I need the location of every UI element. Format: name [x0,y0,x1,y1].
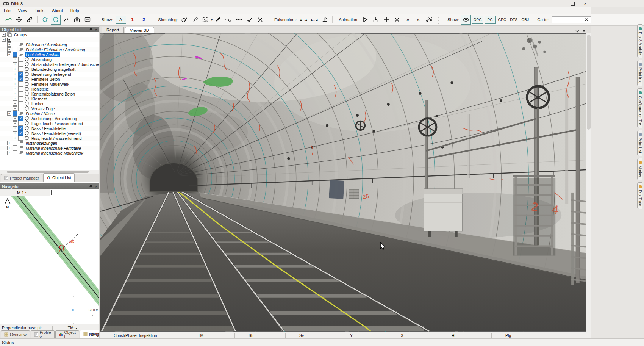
layer-2-button[interactable]: 2 [139,16,149,23]
tree-item[interactable]: +Hohlstelle [0,86,99,91]
menu-file[interactable]: File [0,8,14,14]
tree-item[interactable]: +Instandsetzungen [0,141,99,146]
tree-checkbox[interactable] [18,57,23,62]
tree-checkbox[interactable]: ✓ [18,72,23,77]
tree-expander-icon[interactable]: + [13,121,17,125]
viewer-3d-viewport[interactable]: 25 2 4 [100,33,586,332]
tree-expander-icon[interactable]: + [7,42,11,47]
tree-expander-icon[interactable]: − [7,52,11,56]
play-icon[interactable] [360,15,370,25]
link-icon[interactable] [25,15,34,25]
next-icon[interactable]: » [413,15,423,25]
tab-viewer-3d[interactable]: Viewer 3D [125,27,154,34]
tree-item[interactable]: +✓Bewehrung freiliegend [0,72,99,77]
tree-expander-icon[interactable]: + [13,106,17,111]
navigator-map[interactable]: N Sh: 0 50.0 m [0,196,99,324]
tree-item[interactable]: +Fehlstelle Einbauten / Ausrüstung [0,47,99,52]
tab-list-chevron-icon[interactable] [575,29,579,33]
marker-pen-icon[interactable] [213,15,223,25]
panel-close-icon[interactable]: × [95,184,97,189]
tree-item[interactable]: −–Feuchte / Nässe [0,111,99,116]
tree-expander-icon[interactable]: + [7,47,11,52]
tree-expander-icon[interactable]: + [13,97,17,101]
tree-expander-icon[interactable]: + [13,87,17,91]
tree-checkbox[interactable] [18,67,23,72]
cancel-icon[interactable] [255,15,265,25]
prev-icon[interactable]: « [403,15,413,25]
curve-arrow-icon[interactable] [61,15,71,25]
tab-profile-v-[interactable]: Profile v... [31,330,55,338]
accept-icon[interactable] [245,15,255,25]
tree-expander-icon[interactable]: + [13,62,17,66]
dock-tab-point-info[interactable]: Point Info [637,60,642,86]
tree-expander-icon[interactable]: + [7,146,11,150]
tree-item[interactable]: +Groups [0,32,99,37]
tree-item[interactable]: +Fehlstelle Mauerwerk [0,81,99,86]
tree-checkbox[interactable]: – [13,52,17,57]
tree-expander-icon[interactable]: + [13,131,17,135]
tree-item[interactable]: +✓Fehlstelle Beton [0,77,99,81]
tree-checkbox[interactable] [18,91,23,96]
tree-expander-icon[interactable]: + [13,67,17,71]
tree-expander-icon[interactable]: + [13,92,17,96]
tree-checkbox[interactable] [18,81,23,86]
viewer-vertical-scrollbar[interactable] [586,33,591,332]
tree-checkbox[interactable] [13,146,17,150]
show-opc-button[interactable]: OPC [472,16,483,24]
dock-tab-dibittrafo[interactable]: DibitTrafo [637,182,642,209]
panel-close-icon[interactable]: × [95,27,97,32]
visibility-eye-icon[interactable] [461,15,471,25]
pen-loop-icon[interactable] [180,15,189,25]
close-button[interactable]: × [579,0,592,7]
tab-object-list[interactable]: Object List [43,173,75,182]
lasso-polygon-icon[interactable] [40,15,50,25]
select-region-icon[interactable] [201,15,211,25]
tree-item[interactable]: +Lunker [0,101,99,106]
tree-checkbox[interactable] [13,42,17,47]
tree-item[interactable]: +Versatz Fuge [0,106,99,111]
maximize-button[interactable] [566,0,579,7]
tree-checkbox[interactable] [18,136,23,141]
polygon-tool-icon[interactable] [51,15,61,25]
tree-expander-icon[interactable]: − [2,38,6,42]
layer-a-button[interactable]: A [116,16,126,24]
tree-expander-icon[interactable]: − [7,111,11,116]
tab-object-l-[interactable]: Object l... [55,330,79,338]
tree-item[interactable]: +Fuge, feucht / wasserführend [0,121,99,126]
dock-tab-dibit8-module[interactable]: Dibit8 Module [637,24,642,58]
tree-expander-icon[interactable]: + [13,57,17,61]
tree-expander-icon[interactable]: + [7,141,11,145]
tree-item[interactable]: +Betondeckung magelhaft [0,67,99,72]
tree-checkbox[interactable]: ✓ [18,131,23,136]
tree-expander-icon[interactable]: + [13,72,17,76]
map-scale-input[interactable] [50,189,99,196]
tree-item[interactable]: +Material Innenschale Fertigteile [0,146,99,150]
layer-1-button[interactable]: 1 [128,16,138,23]
tree-checkbox[interactable]: – [13,111,17,116]
tree-item[interactable]: +Abstandshalter freiliegend / durchschei… [0,62,99,67]
tree-checkbox[interactable] [18,121,23,126]
tree-expander-icon[interactable]: + [13,136,17,140]
dock-tab-configuration-tre[interactable]: Configuration Tre [637,88,642,128]
tree-item[interactable]: +Kantenabplatzung Beton [0,91,99,96]
tree-expander-icon[interactable]: + [13,82,17,86]
menu-view[interactable]: View [14,8,31,14]
tree-checkbox[interactable] [13,141,17,146]
tree-checkbox[interactable] [13,47,17,52]
tree-expander-icon[interactable]: + [13,116,17,121]
tree-checkbox[interactable] [18,62,23,67]
curve-point-icon[interactable] [224,15,233,25]
tree-checkbox[interactable] [18,96,23,101]
tree-item[interactable]: +✓Nass-/ Feuchtstelle (vereist) [0,131,99,136]
tree-checkbox[interactable] [18,106,23,111]
tree-expander-icon[interactable]: + [13,77,17,81]
tree-item[interactable]: +Riss, feucht / wasserführend [0,136,99,141]
tree-item[interactable]: +Einbauten / Ausrüstung [0,42,99,47]
point-chain-icon[interactable] [234,15,244,25]
tree-item[interactable]: +Absandung [0,57,99,62]
tree-checkbox[interactable] [18,101,23,106]
tree-item[interactable]: +Kiesnest [0,96,99,101]
tab-report[interactable]: Report [102,27,124,33]
tree-expander-icon[interactable]: + [2,33,6,37]
show-pc-button[interactable]: PC [485,16,496,24]
